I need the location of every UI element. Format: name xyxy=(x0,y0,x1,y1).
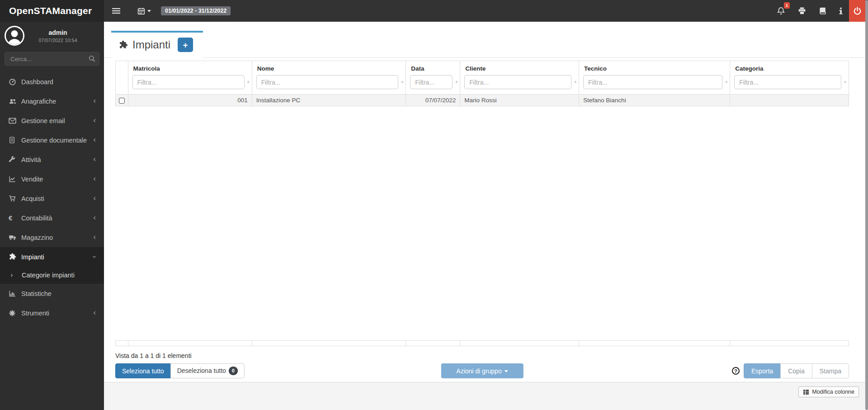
sort-icon: ▲ xyxy=(246,79,250,84)
export-button[interactable]: Esporta xyxy=(744,363,781,378)
deselect-count-badge: 0 xyxy=(229,367,238,375)
info-icon xyxy=(839,7,843,15)
cell-categoria[interactable] xyxy=(730,95,849,106)
chevron-left-icon xyxy=(93,310,97,315)
topbar-main: 01/01/2022 - 31/12/2022 1 xyxy=(104,0,868,22)
chevron-left-icon xyxy=(93,176,97,181)
sidebar-item-categorie-impianti[interactable]: Categorie impianti xyxy=(0,267,104,284)
column-header-data[interactable]: Data ▲ xyxy=(406,61,460,95)
chevron-left-icon xyxy=(93,235,97,240)
filter-input-data[interactable] xyxy=(410,75,453,89)
user-datetime: 07/07/2022 10:54 xyxy=(24,38,91,43)
cell-cliente[interactable]: Mario Rossi xyxy=(460,95,579,106)
sidebar-item-gestione-documentale[interactable]: Gestione documentale xyxy=(0,130,104,150)
sidebar-menu: Dashboard Anagrafiche Gestione email Ges… xyxy=(0,72,104,410)
cell-nome[interactable]: Installazione PC xyxy=(252,95,406,106)
print-button[interactable] xyxy=(792,0,812,22)
column-header-nome[interactable]: Nome ▲ xyxy=(252,61,406,95)
table-area: Matricola ▲ Nome ▲ Data xyxy=(104,58,868,382)
chart-line-icon xyxy=(9,176,19,183)
search-icon xyxy=(89,55,95,64)
table-info: Vista da 1 a 1 di 1 elementi xyxy=(115,352,849,359)
calendar-period-button[interactable] xyxy=(131,0,157,22)
chevron-left-icon xyxy=(93,157,97,162)
date-range-badge[interactable]: 01/01/2022 - 31/12/2022 xyxy=(161,6,231,15)
impianti-card: Impianti + Matricola xyxy=(104,22,868,382)
tab-title: Impianti xyxy=(132,38,170,51)
add-impianto-button[interactable]: + xyxy=(178,38,193,52)
search-input[interactable] xyxy=(5,52,99,66)
cell-tecnico[interactable]: Stefano Bianchi xyxy=(579,95,730,106)
user-panel: admin 07/07/2022 10:54 xyxy=(0,22,104,50)
calendar-icon xyxy=(137,7,145,15)
notifications-button[interactable]: 1 xyxy=(770,0,792,22)
cart-icon xyxy=(9,195,19,202)
column-header-matricola[interactable]: Matricola ▲ xyxy=(128,61,252,95)
chevron-left-icon xyxy=(93,118,97,123)
chevron-right-icon xyxy=(10,273,22,278)
cell-matricola[interactable]: 001 xyxy=(128,95,252,106)
page-scrollbar[interactable] xyxy=(865,0,868,410)
sidebar-toggle-button[interactable] xyxy=(106,0,127,22)
sidebar-item-dashboard[interactable]: Dashboard xyxy=(0,72,104,91)
sidebar-search xyxy=(5,52,99,66)
tab-impianti[interactable]: Impianti + xyxy=(111,31,203,58)
select-column-header xyxy=(116,61,128,95)
sidebar-item-acquisti[interactable]: Acquisti xyxy=(0,189,104,208)
edit-columns-button[interactable]: Modifica colonne xyxy=(798,386,859,397)
filter-input-tecnico[interactable] xyxy=(583,75,722,89)
column-header-categoria[interactable]: Categoria ▲ xyxy=(730,61,849,95)
main-content: Impianti + Matricola xyxy=(104,22,868,410)
printer-icon xyxy=(798,7,806,15)
actions-row: Seleziona tutto Deseleziona tutto0 Azion… xyxy=(115,363,849,378)
chevron-down-icon xyxy=(147,10,151,12)
sort-icon: ▲ xyxy=(400,79,404,84)
sidebar-item-statistiche[interactable]: Statistiche xyxy=(0,284,104,303)
sidebar-item-gestione-email[interactable]: Gestione email xyxy=(0,111,104,130)
export-button-group: Esporta Copia Stampa xyxy=(744,363,849,378)
sort-icon: ▲ xyxy=(454,79,458,84)
logout-button[interactable] xyxy=(849,0,865,22)
sidebar-item-vendite[interactable]: Vendite xyxy=(0,169,104,189)
sidebar-item-attivita[interactable]: Attività xyxy=(0,150,104,169)
cell-data[interactable]: 07/07/2022 xyxy=(406,95,460,106)
print-table-button[interactable]: Stampa xyxy=(812,363,849,378)
help-icon[interactable]: ? xyxy=(732,367,740,375)
envelope-icon xyxy=(9,117,19,124)
puzzle-icon xyxy=(118,40,128,50)
app-logo[interactable]: OpenSTAManager xyxy=(0,0,104,22)
filter-input-categoria[interactable] xyxy=(734,75,841,89)
sidebar-item-impianti[interactable]: Impianti xyxy=(0,247,104,267)
sidebar-item-contabilita[interactable]: € Contabilità xyxy=(0,208,104,228)
group-actions-button[interactable]: Azioni di gruppo xyxy=(441,363,523,378)
row-checkbox[interactable] xyxy=(119,98,125,104)
chevron-down-icon xyxy=(92,255,97,259)
impianti-table: Matricola ▲ Nome ▲ Data xyxy=(115,61,849,106)
table-header-row: Matricola ▲ Nome ▲ Data xyxy=(116,61,849,95)
top-navbar: OpenSTAManager 01/01/2022 - 31/12/2022 1 xyxy=(0,0,868,22)
notification-badge: 1 xyxy=(784,2,790,9)
tachometer-icon xyxy=(9,78,19,86)
puzzle-icon xyxy=(9,253,19,261)
sidebar-item-strumenti[interactable]: Strumenti xyxy=(0,303,104,323)
filter-input-cliente[interactable] xyxy=(464,75,571,89)
select-all-button[interactable]: Seleziona tutto xyxy=(115,363,171,378)
chevron-left-icon xyxy=(93,215,97,220)
column-header-cliente[interactable]: Cliente ▲ xyxy=(460,61,579,95)
copy-button[interactable]: Copia xyxy=(780,363,812,378)
filter-input-matricola[interactable] xyxy=(132,75,245,89)
table-row[interactable]: 001 Installazione PC 07/07/2022 Mario Ro… xyxy=(116,95,849,106)
column-header-tecnico[interactable]: Tecnico ▲ xyxy=(579,61,730,95)
gear-icon xyxy=(9,310,19,317)
sidebar-item-magazzino[interactable]: Magazzino xyxy=(0,228,104,247)
info-button[interactable] xyxy=(833,0,849,22)
sidebar-item-anagrafiche[interactable]: Anagrafiche xyxy=(0,91,104,111)
chevron-left-icon xyxy=(93,138,97,143)
filter-input-nome[interactable] xyxy=(256,75,399,89)
bar-chart-icon xyxy=(9,290,19,297)
sort-icon: ▲ xyxy=(573,79,577,84)
table-footer-row xyxy=(116,341,849,346)
manual-button[interactable] xyxy=(812,0,833,22)
deselect-all-button[interactable]: Deseleziona tutto0 xyxy=(170,363,245,378)
tab-bar: Impianti + xyxy=(104,22,868,58)
